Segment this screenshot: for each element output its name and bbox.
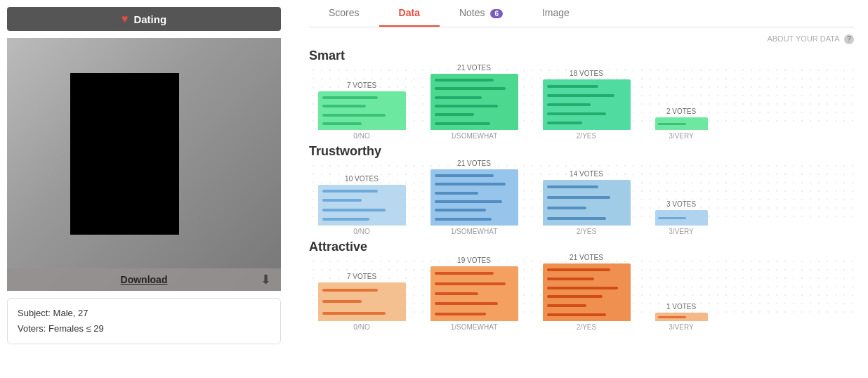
dating-label: Dating [133, 13, 166, 25]
bar-attractive-1: 19 VOTES 1/SOMEWHAT [428, 256, 520, 331]
chart-smart: Smart 7 VOTES 0/NO [309, 48, 854, 140]
heart-icon: ♥ [121, 13, 129, 25]
tab-data[interactable]: Data [379, 0, 440, 27]
bar-trustworthy-3: 3 VOTES 3/VERY [653, 200, 709, 235]
bar-smart-0: 7 VOTES 0/NO [316, 82, 407, 140]
tab-image-label: Image [542, 7, 570, 18]
subject-info-box: Subject: Male, 27 Voters: Females ≤ 29 [7, 298, 281, 344]
bar-smart-1: 21 VOTES 1/SOMEWHAT [428, 64, 520, 140]
photo-container: Download ⬇ [7, 38, 281, 291]
bar-trustworthy-2: 14 VOTES 2/YES [541, 170, 632, 235]
bar-smart-3: 2 VOTES 3/VERY [653, 107, 709, 140]
tab-notes[interactable]: Notes 6 [440, 0, 522, 27]
download-button-label: Download [121, 274, 168, 285]
bar-visual-smart-1 [430, 74, 518, 130]
tab-scores[interactable]: Scores [309, 0, 379, 27]
tab-bar: Scores Data Notes 6 Image [309, 0, 854, 27]
tab-data-label: Data [399, 7, 420, 18]
right-panel: Scores Data Notes 6 Image ABOUT YOUR DAT… [288, 0, 868, 378]
chart-attractive: Attractive 7 VOTES 0/NO 19 VOTES [309, 240, 854, 331]
axis-smart-1: 1/SOMEWHAT [451, 132, 497, 140]
bar-trustworthy-0: 10 VOTES 0/NO [316, 175, 407, 235]
votes-smart-0: 7 VOTES [347, 82, 376, 89]
bar-trustworthy-1: 21 VOTES 1/SOMEWHAT [428, 159, 520, 235]
chart-smart-title: Smart [309, 48, 854, 63]
axis-smart-3: 3/VERY [669, 132, 693, 140]
bar-visual-smart-2 [543, 79, 631, 130]
photo-redacted [70, 73, 179, 235]
bar-attractive-0: 7 VOTES 0/NO [316, 273, 407, 331]
votes-smart-2: 18 VOTES [570, 70, 603, 77]
about-data-link[interactable]: ABOUT YOUR DATA ? [309, 34, 854, 44]
bar-attractive-3: 1 VOTES 3/VERY [653, 303, 709, 331]
votes-smart-1: 21 VOTES [457, 64, 491, 72]
tab-scores-label: Scores [329, 7, 360, 18]
chart-trustworthy-title: Trustworthy [309, 144, 854, 159]
chart-attractive-title: Attractive [309, 240, 854, 254]
question-icon: ? [844, 34, 854, 44]
axis-smart-0: 0/NO [353, 132, 369, 140]
download-icon: ⬇ [261, 272, 271, 287]
subject-info-line2: Voters: Females ≤ 29 [18, 321, 270, 337]
notes-badge: 6 [490, 9, 503, 18]
tab-image[interactable]: Image [522, 0, 589, 27]
subject-info-line1: Subject: Male, 27 [18, 306, 270, 321]
chart-trustworthy: Trustworthy 10 VOTES 0/NO [309, 144, 854, 235]
dating-bar[interactable]: ♥ Dating [7, 7, 281, 31]
tab-notes-label: Notes [459, 7, 485, 18]
bar-visual-smart-3 [655, 117, 708, 130]
bar-visual-smart-0 [318, 91, 406, 130]
left-panel: ♥ Dating Download ⬇ Subject: Male, 27 Vo… [0, 0, 288, 378]
axis-smart-2: 2/YES [577, 132, 596, 140]
bar-attractive-2: 21 VOTES 2/YES [541, 254, 632, 331]
download-bar[interactable]: Download ⬇ [7, 268, 281, 291]
charts-area: Smart 7 VOTES 0/NO [309, 48, 854, 371]
bar-smart-2: 18 VOTES 2/YES [541, 70, 632, 140]
votes-smart-3: 2 VOTES [666, 107, 696, 115]
about-data-label: ABOUT YOUR DATA [767, 34, 839, 43]
